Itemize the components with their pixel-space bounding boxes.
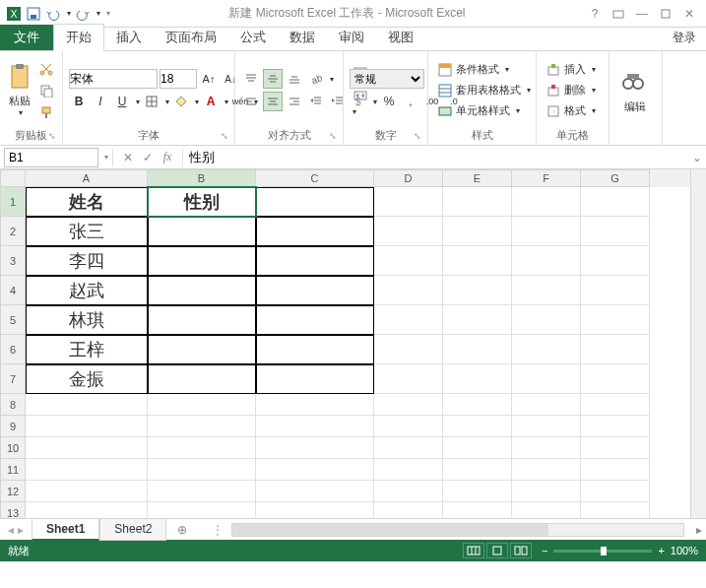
cell[interactable]: 李四 [26,246,148,276]
close-icon[interactable]: ✕ [682,7,696,21]
row-header[interactable]: 4 [0,276,26,305]
row-header[interactable]: 7 [0,364,26,394]
font-launcher[interactable]: ⤡ [221,131,232,143]
cell[interactable] [148,481,256,502]
vertical-scrollbar[interactable] [690,169,706,518]
cell[interactable] [512,394,581,416]
cell[interactable] [26,481,148,502]
font-color-button[interactable]: A [201,92,221,111]
border-button[interactable] [142,92,161,111]
cell[interactable] [512,187,581,217]
cell[interactable] [374,459,443,481]
cell[interactable] [256,394,374,416]
row-header[interactable]: 2 [0,217,26,246]
row-header[interactable]: 8 [0,394,26,416]
cell[interactable] [581,305,650,335]
row-header[interactable]: 3 [0,246,26,276]
cell[interactable] [443,276,512,305]
cell[interactable] [512,502,581,518]
formula-input[interactable] [183,148,688,167]
cell[interactable] [512,305,581,335]
cell[interactable] [26,502,148,518]
cell[interactable] [26,437,148,459]
cell[interactable] [581,481,650,502]
cell[interactable] [148,217,256,246]
cell[interactable] [581,217,650,246]
cell[interactable] [148,246,256,276]
cell[interactable] [443,394,512,416]
italic-button[interactable]: I [91,92,110,111]
cell[interactable] [512,416,581,437]
cell[interactable] [256,364,374,394]
cell-styles-button[interactable]: 单元格样式▾ [434,101,535,120]
paste-button[interactable]: 粘贴 ▾ [6,54,33,126]
cell[interactable]: 林琪 [26,305,148,335]
cell[interactable] [26,459,148,481]
cell[interactable] [581,364,650,394]
bold-button[interactable]: B [69,92,89,111]
column-header[interactable]: A [26,169,148,187]
cell[interactable] [512,459,581,481]
number-launcher[interactable]: ⤡ [414,131,425,143]
table-format-button[interactable]: 套用表格格式▾ [434,81,535,99]
cell[interactable] [374,416,443,437]
zoom-out-button[interactable]: − [542,545,547,556]
cell[interactable] [374,394,443,416]
orientation-icon[interactable]: ab [306,69,326,89]
row-header[interactable]: 12 [0,481,26,502]
cancel-formula-icon[interactable]: ✕ [119,149,137,166]
column-header[interactable]: G [581,169,650,187]
cell[interactable] [256,187,374,217]
cell[interactable] [148,459,256,481]
undo-icon[interactable] [45,6,61,22]
underline-button[interactable]: U [112,92,132,111]
row-header[interactable]: 9 [0,416,26,437]
cell[interactable] [374,437,443,459]
align-top-icon[interactable] [241,69,261,89]
row-header[interactable]: 11 [0,459,26,481]
cell[interactable] [374,335,443,364]
cell[interactable] [581,502,650,518]
cell[interactable] [148,305,256,335]
horizontal-scrollbar[interactable] [231,523,684,537]
tab-insert[interactable]: 插入 [104,25,154,50]
add-sheet-button[interactable]: ⊕ [172,523,192,537]
cell[interactable] [443,459,512,481]
maximize-icon[interactable] [659,7,673,21]
cell[interactable] [256,335,374,364]
cell[interactable] [148,364,256,394]
cell[interactable] [443,481,512,502]
tab-formulas[interactable]: 公式 [228,25,278,50]
format-painter-icon[interactable] [36,102,56,122]
help-icon[interactable]: ? [588,7,602,21]
hscroll-right[interactable]: ▸ [692,523,706,537]
accounting-icon[interactable]: $ [350,92,369,111]
sheet-nav-next[interactable]: ▸ [18,523,24,537]
number-format-select[interactable]: 常规 [350,69,424,89]
font-name-select[interactable] [69,69,158,89]
cell[interactable] [443,502,512,518]
cell[interactable] [443,364,512,394]
redo-dropdown[interactable]: ▾ [96,9,100,18]
align-right-icon[interactable] [285,92,304,111]
cell[interactable] [512,246,581,276]
cell[interactable] [374,187,443,217]
align-left-icon[interactable] [241,92,261,111]
name-box[interactable] [4,148,98,167]
clipboard-launcher[interactable]: ⤡ [48,131,60,143]
font-size-select[interactable] [160,69,197,89]
align-launcher[interactable]: ⤡ [329,131,341,143]
tab-page-layout[interactable]: 页面布局 [154,25,228,50]
expand-formula-bar-icon[interactable]: ⌄ [688,151,706,164]
cell[interactable] [256,437,374,459]
cell[interactable] [443,437,512,459]
ribbon-options-icon[interactable] [611,7,625,21]
undo-dropdown[interactable]: ▾ [67,9,71,18]
sheet-nav-prev[interactable]: ◂ [8,523,14,537]
cell[interactable] [581,437,650,459]
cell[interactable] [148,502,256,518]
cell[interactable] [148,394,256,416]
column-header[interactable]: B [148,169,256,187]
cell[interactable]: 赵武 [26,276,148,305]
cell[interactable] [26,416,148,437]
